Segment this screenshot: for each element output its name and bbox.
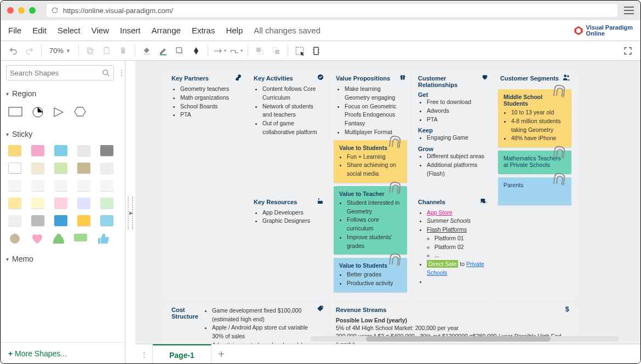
menu-file[interactable]: File bbox=[8, 26, 21, 35]
sticky-swatch-y2[interactable] bbox=[31, 198, 44, 209]
redo-button[interactable] bbox=[22, 44, 37, 58]
cell-key-activities[interactable]: Key Activities Content follows Core Curr… bbox=[248, 71, 328, 192]
cell-customer-relationships[interactable]: Customer Relationships Get Free to downl… bbox=[413, 71, 493, 192]
add-page-button[interactable]: + bbox=[211, 348, 231, 361]
sticky-tan[interactable] bbox=[77, 163, 90, 174]
sticky-plain2[interactable] bbox=[31, 180, 44, 191]
maximize-window-button[interactable] bbox=[29, 7, 36, 14]
sticky-yellow[interactable] bbox=[8, 145, 21, 156]
sidebar-options-button[interactable]: ⋮ bbox=[118, 69, 125, 77]
shape-triangle[interactable] bbox=[53, 107, 64, 118]
sticky-note[interactable]: Value to Students Better gradesProductiv… bbox=[334, 258, 407, 292]
sticky-note[interactable]: Mathematics Teachers at Private Schools bbox=[498, 151, 571, 174]
sidebar-splitter[interactable]: ▶ bbox=[125, 61, 135, 364]
sticky-plain1[interactable] bbox=[8, 180, 21, 191]
menu-edit[interactable]: Edit bbox=[32, 26, 47, 35]
channel-app-store-link[interactable]: App Store bbox=[427, 209, 453, 216]
copy-button[interactable] bbox=[83, 44, 98, 58]
sticky-pink[interactable] bbox=[31, 145, 44, 156]
connection-button[interactable]: ▾ bbox=[213, 44, 227, 58]
menu-help[interactable]: Help bbox=[226, 26, 243, 35]
undo-button[interactable] bbox=[6, 44, 20, 58]
sticky-dark[interactable] bbox=[100, 145, 113, 156]
svg-rect-4 bbox=[176, 48, 181, 53]
fullscreen-button[interactable] bbox=[621, 44, 635, 58]
sticky-note1[interactable] bbox=[100, 162, 114, 174]
page-tab-1[interactable]: Page-1 bbox=[153, 344, 211, 364]
horizontal-scrollbar[interactable] bbox=[311, 336, 619, 342]
sticky-swatch-y1[interactable] bbox=[8, 198, 21, 209]
to-front-button[interactable] bbox=[253, 44, 267, 58]
select-rect-button[interactable] bbox=[293, 44, 307, 58]
ka-title: Key Activities bbox=[254, 75, 323, 82]
cell-key-resources[interactable]: Key Resources App DevelopersGraphic Desi… bbox=[248, 194, 328, 300]
sticky-white[interactable] bbox=[8, 163, 21, 174]
browser-menu-button[interactable] bbox=[624, 7, 634, 14]
sticky-cream[interactable] bbox=[31, 163, 44, 174]
svg-rect-19 bbox=[403, 76, 403, 80]
list-item: Focus on Geometric Proofs Endogenous Fan… bbox=[345, 102, 405, 128]
section-sticky-header[interactable]: Sticky bbox=[1, 125, 125, 143]
search-shapes-field[interactable] bbox=[10, 69, 102, 77]
sticky-plain4[interactable] bbox=[77, 180, 90, 191]
section-memo-header[interactable]: Memo bbox=[1, 250, 125, 268]
paste-button[interactable] bbox=[100, 44, 114, 58]
cell-cost-structure[interactable]: Cost Structure Game development fixed $1… bbox=[166, 302, 328, 344]
menu-extras[interactable]: Extras bbox=[192, 26, 215, 35]
page-options-button[interactable]: ⋮ bbox=[135, 344, 153, 364]
fit-page-button[interactable] bbox=[309, 44, 323, 58]
zoom-select[interactable]: 70%▼ bbox=[46, 47, 74, 55]
url-bar[interactable]: https://online.visual-paradigm.com/ bbox=[47, 4, 617, 17]
sticky-heart-icon[interactable] bbox=[31, 233, 43, 245]
sticky-swatch-gr[interactable] bbox=[8, 215, 21, 226]
sticky-bag-icon[interactable] bbox=[53, 233, 64, 245]
search-shapes-input[interactable] bbox=[6, 65, 114, 80]
fill-color-button[interactable] bbox=[140, 44, 154, 58]
sticky-plain3[interactable] bbox=[54, 180, 67, 191]
minimize-window-button[interactable] bbox=[18, 7, 25, 14]
sticky-note[interactable]: Middle School Students 10 to 13 year old… bbox=[498, 89, 571, 147]
menu-select[interactable]: Select bbox=[58, 26, 81, 35]
cell-customer-segments[interactable]: Customer Segments Middle School Students… bbox=[495, 71, 575, 300]
sticky-shape-y[interactable] bbox=[77, 215, 90, 226]
svg-rect-0 bbox=[88, 48, 92, 53]
sticky-swatch-gr2[interactable] bbox=[31, 215, 44, 226]
sticky-swatch-g[interactable] bbox=[100, 198, 113, 209]
format-painter-button[interactable] bbox=[189, 44, 203, 58]
more-shapes-button[interactable]: More Shapes... bbox=[1, 342, 125, 364]
menu-arrange[interactable]: Arrange bbox=[152, 26, 181, 35]
close-window-button[interactable] bbox=[7, 7, 14, 14]
sticky-thumb-icon[interactable] bbox=[97, 233, 109, 245]
shape-circle[interactable] bbox=[32, 107, 43, 118]
shadow-button[interactable] bbox=[173, 44, 187, 58]
channel-direct-sale-link[interactable]: Direct Sale bbox=[427, 260, 458, 268]
sticky-money-icon[interactable] bbox=[74, 233, 87, 242]
sticky-note[interactable]: Parents bbox=[498, 177, 571, 205]
delete-button[interactable] bbox=[116, 44, 130, 58]
sticky-note[interactable]: Value to Teacher Student interested in G… bbox=[334, 186, 407, 255]
waypoint-button[interactable]: ▾ bbox=[229, 44, 243, 58]
sticky-swatch-pu[interactable] bbox=[77, 198, 90, 209]
cell-key-partners[interactable]: Key Partners Geometry teachers Math orga… bbox=[166, 71, 246, 300]
scrollbar-thumb[interactable] bbox=[366, 336, 551, 342]
shape-hexagon[interactable] bbox=[74, 107, 86, 117]
line-color-button[interactable] bbox=[156, 44, 170, 58]
sticky-shape-b2[interactable] bbox=[100, 215, 113, 226]
menu-insert[interactable]: Insert bbox=[120, 26, 141, 35]
sticky-gray[interactable] bbox=[77, 145, 90, 156]
sticky-flower-icon[interactable] bbox=[8, 233, 21, 245]
cell-channels[interactable]: Channels App Store Summer Schools Flash … bbox=[413, 194, 493, 300]
shape-rectangle[interactable] bbox=[8, 107, 22, 117]
sticky-note[interactable]: Value to Students Fun + LearningShare ac… bbox=[334, 140, 407, 183]
to-back-button[interactable] bbox=[269, 44, 283, 58]
section-region-header[interactable]: Region bbox=[1, 85, 125, 102]
canvas-area[interactable]: Key Partners Geometry teachers Math orga… bbox=[135, 61, 640, 364]
brand-logo[interactable]: Visual ParadigmOnline bbox=[573, 25, 633, 37]
sticky-swatch-p[interactable] bbox=[54, 198, 67, 209]
sticky-green1[interactable] bbox=[54, 163, 67, 174]
sticky-plain5[interactable] bbox=[100, 180, 113, 191]
sticky-blue[interactable] bbox=[54, 145, 67, 156]
menu-view[interactable]: View bbox=[91, 26, 109, 35]
sticky-shape-b[interactable] bbox=[54, 215, 67, 226]
cell-value-propositions[interactable]: Value Propositions Make learning Geometr… bbox=[330, 71, 410, 300]
